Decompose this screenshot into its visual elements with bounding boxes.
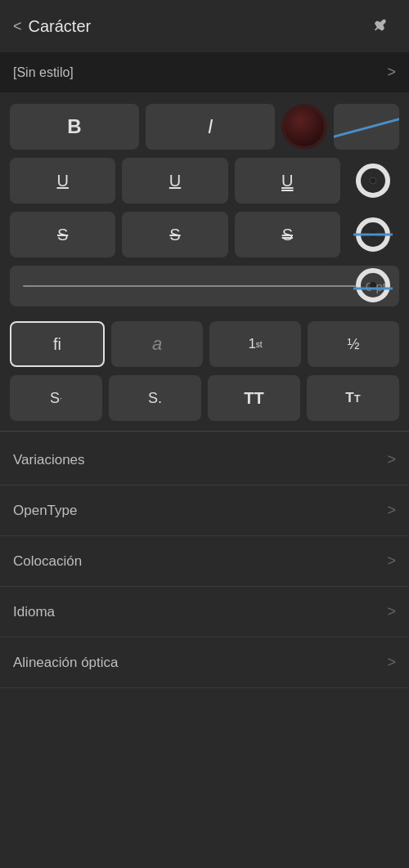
section-row-0[interactable]: Variaciones>: [0, 435, 409, 485]
section-chevron-icon-4: >: [387, 654, 396, 671]
svg-point-3: [370, 177, 376, 184]
ligature-button[interactable]: fi: [10, 321, 105, 367]
section-row-4[interactable]: Alineación óptica>: [0, 638, 409, 688]
strike-button[interactable]: S: [10, 212, 115, 257]
row-underline: U U U: [10, 158, 399, 204]
underline-double-button[interactable]: U: [235, 158, 340, 204]
section-label-3: Idioma: [13, 604, 55, 620]
controls-area: B I U U U S: [0, 94, 409, 431]
section-chevron-icon-0: >: [387, 451, 396, 468]
sections-container: Variaciones>OpenType>Colocación>Idioma>A…: [0, 435, 409, 688]
page-title: Carácter: [29, 17, 92, 36]
strike-line-button[interactable]: S: [122, 212, 227, 257]
s-dot-button[interactable]: S.: [109, 375, 201, 421]
section-chevron-icon-2: >: [387, 553, 396, 570]
color-swatch-inner: [285, 107, 324, 146]
stroke-preview[interactable]: [334, 104, 399, 150]
underline-button[interactable]: U: [10, 158, 115, 204]
donut-3[interactable]: [347, 262, 399, 308]
tracking-row[interactable]: 0 pt: [10, 266, 399, 306]
section-label-2: Colocación: [13, 553, 82, 570]
section-label-1: OpenType: [13, 503, 77, 519]
section-label-0: Variaciones: [13, 452, 85, 468]
color-swatch[interactable]: [281, 104, 327, 150]
donut-2[interactable]: [347, 212, 399, 257]
pin-icon: [372, 17, 390, 35]
strike-deco-button[interactable]: S: [235, 212, 340, 257]
header-left: < Carácter: [13, 17, 91, 36]
section-row-1[interactable]: OpenType>: [0, 485, 409, 536]
bold-button[interactable]: B: [10, 104, 139, 150]
row-bold-italic: B I: [10, 104, 399, 150]
donut-1[interactable]: [347, 158, 399, 204]
section-row-3[interactable]: Idioma>: [0, 587, 409, 638]
header: < Carácter: [0, 0, 409, 52]
row-typography: S· S. TT TT: [10, 375, 399, 421]
tt-caps-button[interactable]: TT: [208, 375, 300, 421]
section-chevron-icon-3: >: [387, 603, 396, 620]
tracking-line: [23, 285, 356, 287]
section-row-2[interactable]: Colocación>: [0, 536, 409, 587]
style-label: [Sin estilo]: [13, 65, 74, 80]
italic-button[interactable]: I: [146, 104, 275, 150]
pin-button[interactable]: [366, 11, 396, 41]
tt-small-button[interactable]: TT: [307, 375, 399, 421]
italic-a-button[interactable]: a: [111, 321, 203, 367]
underline-line-button[interactable]: U: [122, 158, 227, 204]
style-chevron-icon: >: [387, 64, 396, 81]
row-strikethrough: S S S: [10, 212, 399, 257]
section-chevron-icon-1: >: [387, 502, 396, 519]
s-superscript-button[interactable]: S·: [10, 375, 102, 421]
fraction-button[interactable]: ½: [308, 321, 399, 367]
divider-top: [0, 431, 409, 432]
row-special: fi a 1st ½: [10, 321, 399, 367]
section-label-4: Alineación óptica: [13, 655, 119, 671]
superscript-button[interactable]: 1st: [209, 321, 301, 367]
back-button[interactable]: <: [13, 18, 22, 35]
style-selector[interactable]: [Sin estilo] >: [0, 52, 409, 92]
